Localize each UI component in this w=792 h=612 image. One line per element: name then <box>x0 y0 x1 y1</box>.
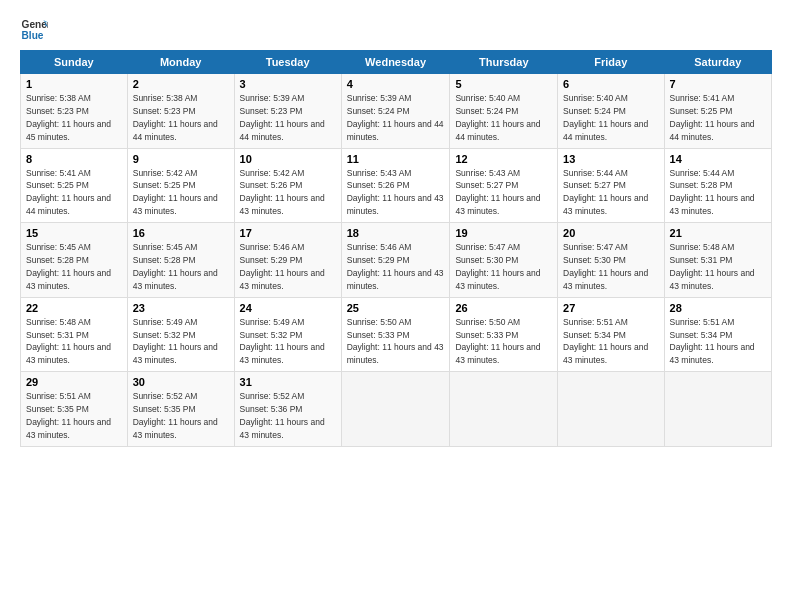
day-number: 6 <box>563 78 658 90</box>
day-number: 12 <box>455 153 552 165</box>
day-info: Sunrise: 5:40 AMSunset: 5:24 PMDaylight:… <box>563 93 648 142</box>
day-number: 2 <box>133 78 229 90</box>
day-number: 25 <box>347 302 445 314</box>
week-row: 22 Sunrise: 5:48 AMSunset: 5:31 PMDaylig… <box>21 297 772 372</box>
day-cell: 14 Sunrise: 5:44 AMSunset: 5:28 PMDaylig… <box>664 148 771 223</box>
day-info: Sunrise: 5:40 AMSunset: 5:24 PMDaylight:… <box>455 93 540 142</box>
day-info: Sunrise: 5:39 AMSunset: 5:23 PMDaylight:… <box>240 93 325 142</box>
day-cell: 29 Sunrise: 5:51 AMSunset: 5:35 PMDaylig… <box>21 372 128 447</box>
day-cell: 22 Sunrise: 5:48 AMSunset: 5:31 PMDaylig… <box>21 297 128 372</box>
day-info: Sunrise: 5:41 AMSunset: 5:25 PMDaylight:… <box>26 168 111 217</box>
day-info: Sunrise: 5:43 AMSunset: 5:27 PMDaylight:… <box>455 168 540 217</box>
day-number: 11 <box>347 153 445 165</box>
svg-text:General: General <box>22 19 48 30</box>
day-info: Sunrise: 5:47 AMSunset: 5:30 PMDaylight:… <box>563 242 648 291</box>
day-cell: 20 Sunrise: 5:47 AMSunset: 5:30 PMDaylig… <box>558 223 664 298</box>
day-cell: 19 Sunrise: 5:47 AMSunset: 5:30 PMDaylig… <box>450 223 558 298</box>
day-cell: 16 Sunrise: 5:45 AMSunset: 5:28 PMDaylig… <box>127 223 234 298</box>
day-info: Sunrise: 5:52 AMSunset: 5:35 PMDaylight:… <box>133 391 218 440</box>
day-number: 17 <box>240 227 336 239</box>
day-number: 26 <box>455 302 552 314</box>
week-row: 29 Sunrise: 5:51 AMSunset: 5:35 PMDaylig… <box>21 372 772 447</box>
day-info: Sunrise: 5:44 AMSunset: 5:28 PMDaylight:… <box>670 168 755 217</box>
logo-icon: General Blue <box>20 16 48 44</box>
week-row: 8 Sunrise: 5:41 AMSunset: 5:25 PMDayligh… <box>21 148 772 223</box>
week-row: 15 Sunrise: 5:45 AMSunset: 5:28 PMDaylig… <box>21 223 772 298</box>
week-row: 1 Sunrise: 5:38 AMSunset: 5:23 PMDayligh… <box>21 74 772 149</box>
day-header: Monday <box>127 51 234 74</box>
day-cell: 27 Sunrise: 5:51 AMSunset: 5:34 PMDaylig… <box>558 297 664 372</box>
day-cell: 23 Sunrise: 5:49 AMSunset: 5:32 PMDaylig… <box>127 297 234 372</box>
day-cell: 26 Sunrise: 5:50 AMSunset: 5:33 PMDaylig… <box>450 297 558 372</box>
day-number: 9 <box>133 153 229 165</box>
day-cell: 30 Sunrise: 5:52 AMSunset: 5:35 PMDaylig… <box>127 372 234 447</box>
day-number: 14 <box>670 153 766 165</box>
day-info: Sunrise: 5:41 AMSunset: 5:25 PMDaylight:… <box>670 93 755 142</box>
day-cell <box>664 372 771 447</box>
day-info: Sunrise: 5:48 AMSunset: 5:31 PMDaylight:… <box>670 242 755 291</box>
day-header: Sunday <box>21 51 128 74</box>
day-number: 22 <box>26 302 122 314</box>
day-cell: 12 Sunrise: 5:43 AMSunset: 5:27 PMDaylig… <box>450 148 558 223</box>
day-info: Sunrise: 5:44 AMSunset: 5:27 PMDaylight:… <box>563 168 648 217</box>
day-cell: 25 Sunrise: 5:50 AMSunset: 5:33 PMDaylig… <box>341 297 450 372</box>
day-header: Tuesday <box>234 51 341 74</box>
page: General Blue SundayMondayTuesdayWednesda… <box>0 0 792 612</box>
day-cell: 6 Sunrise: 5:40 AMSunset: 5:24 PMDayligh… <box>558 74 664 149</box>
day-cell: 13 Sunrise: 5:44 AMSunset: 5:27 PMDaylig… <box>558 148 664 223</box>
day-cell: 15 Sunrise: 5:45 AMSunset: 5:28 PMDaylig… <box>21 223 128 298</box>
day-number: 20 <box>563 227 658 239</box>
day-cell: 24 Sunrise: 5:49 AMSunset: 5:32 PMDaylig… <box>234 297 341 372</box>
day-number: 21 <box>670 227 766 239</box>
day-number: 13 <box>563 153 658 165</box>
day-info: Sunrise: 5:50 AMSunset: 5:33 PMDaylight:… <box>347 317 444 366</box>
day-info: Sunrise: 5:51 AMSunset: 5:34 PMDaylight:… <box>670 317 755 366</box>
day-info: Sunrise: 5:49 AMSunset: 5:32 PMDaylight:… <box>133 317 218 366</box>
day-info: Sunrise: 5:45 AMSunset: 5:28 PMDaylight:… <box>26 242 111 291</box>
day-number: 16 <box>133 227 229 239</box>
day-cell: 28 Sunrise: 5:51 AMSunset: 5:34 PMDaylig… <box>664 297 771 372</box>
day-header: Wednesday <box>341 51 450 74</box>
day-number: 1 <box>26 78 122 90</box>
day-number: 30 <box>133 376 229 388</box>
day-number: 7 <box>670 78 766 90</box>
day-info: Sunrise: 5:38 AMSunset: 5:23 PMDaylight:… <box>26 93 111 142</box>
day-number: 19 <box>455 227 552 239</box>
calendar-table: SundayMondayTuesdayWednesdayThursdayFrid… <box>20 50 772 447</box>
day-cell: 4 Sunrise: 5:39 AMSunset: 5:24 PMDayligh… <box>341 74 450 149</box>
day-cell: 9 Sunrise: 5:42 AMSunset: 5:25 PMDayligh… <box>127 148 234 223</box>
day-number: 10 <box>240 153 336 165</box>
day-number: 18 <box>347 227 445 239</box>
day-cell: 10 Sunrise: 5:42 AMSunset: 5:26 PMDaylig… <box>234 148 341 223</box>
day-cell <box>341 372 450 447</box>
day-info: Sunrise: 5:51 AMSunset: 5:34 PMDaylight:… <box>563 317 648 366</box>
day-cell: 11 Sunrise: 5:43 AMSunset: 5:26 PMDaylig… <box>341 148 450 223</box>
day-cell: 8 Sunrise: 5:41 AMSunset: 5:25 PMDayligh… <box>21 148 128 223</box>
day-number: 3 <box>240 78 336 90</box>
day-number: 24 <box>240 302 336 314</box>
day-header: Thursday <box>450 51 558 74</box>
header: General Blue <box>20 16 772 44</box>
day-info: Sunrise: 5:38 AMSunset: 5:23 PMDaylight:… <box>133 93 218 142</box>
day-cell <box>450 372 558 447</box>
day-cell: 3 Sunrise: 5:39 AMSunset: 5:23 PMDayligh… <box>234 74 341 149</box>
day-info: Sunrise: 5:39 AMSunset: 5:24 PMDaylight:… <box>347 93 444 142</box>
day-cell: 17 Sunrise: 5:46 AMSunset: 5:29 PMDaylig… <box>234 223 341 298</box>
day-info: Sunrise: 5:45 AMSunset: 5:28 PMDaylight:… <box>133 242 218 291</box>
day-info: Sunrise: 5:43 AMSunset: 5:26 PMDaylight:… <box>347 168 444 217</box>
day-number: 23 <box>133 302 229 314</box>
day-cell: 5 Sunrise: 5:40 AMSunset: 5:24 PMDayligh… <box>450 74 558 149</box>
day-number: 27 <box>563 302 658 314</box>
day-info: Sunrise: 5:48 AMSunset: 5:31 PMDaylight:… <box>26 317 111 366</box>
day-header: Saturday <box>664 51 771 74</box>
day-cell: 7 Sunrise: 5:41 AMSunset: 5:25 PMDayligh… <box>664 74 771 149</box>
day-number: 31 <box>240 376 336 388</box>
day-number: 29 <box>26 376 122 388</box>
header-row: SundayMondayTuesdayWednesdayThursdayFrid… <box>21 51 772 74</box>
svg-text:Blue: Blue <box>22 30 44 41</box>
day-info: Sunrise: 5:51 AMSunset: 5:35 PMDaylight:… <box>26 391 111 440</box>
day-number: 5 <box>455 78 552 90</box>
day-info: Sunrise: 5:46 AMSunset: 5:29 PMDaylight:… <box>347 242 444 291</box>
day-number: 15 <box>26 227 122 239</box>
day-cell: 18 Sunrise: 5:46 AMSunset: 5:29 PMDaylig… <box>341 223 450 298</box>
